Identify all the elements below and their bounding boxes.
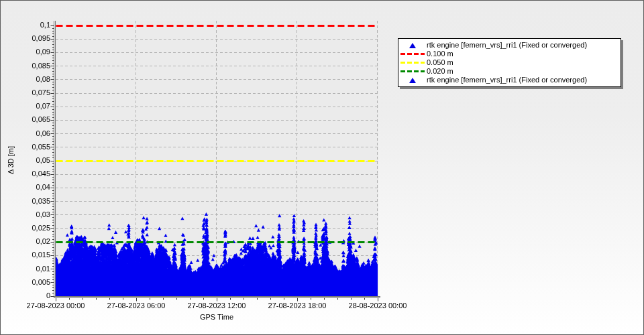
legend-item: rtk engine [femern_vrs]_rri1 (Fixed or c… xyxy=(398,76,621,84)
dashed-line-sample-icon xyxy=(398,53,427,55)
dashed-line-sample-icon xyxy=(398,62,427,64)
y-tick-label: 0,04 xyxy=(10,183,50,192)
y-tick-label: 0 xyxy=(10,291,50,300)
y-tick-label: 0,095 xyxy=(10,34,50,43)
chart-window: Δ 3D [m] GPS Time 0,10,0950,090,0850,080… xyxy=(0,0,644,335)
legend-item-label: rtk engine [femern_vrs]_rri1 (Fixed or c… xyxy=(427,41,587,50)
y-tick-label: 0,075 xyxy=(10,88,50,97)
legend-item: 0.020 m xyxy=(398,67,621,76)
triangle-marker-icon xyxy=(398,43,427,48)
x-tick-label: 28-08-2023 00:00 xyxy=(334,302,421,310)
y-tick-label: 0,09 xyxy=(10,48,50,56)
y-tick-label: 0,055 xyxy=(10,143,50,151)
y-tick-label: 0,08 xyxy=(10,75,50,84)
triangle-marker-icon xyxy=(398,78,427,83)
y-tick-label: 0,06 xyxy=(10,129,50,138)
legend-item: 0.050 m xyxy=(398,58,621,67)
legend-item-label: 0.020 m xyxy=(427,67,453,76)
legend-item: 0.100 m xyxy=(398,50,621,58)
legend-item-label: 0.100 m xyxy=(427,50,453,58)
dashed-line-sample-icon xyxy=(400,62,425,64)
x-tick-label: 27-08-2023 00:00 xyxy=(12,302,99,310)
x-tick-label: 27-08-2023 12:00 xyxy=(173,302,260,310)
legend-item: rtk engine [femern_vrs]_rri1 (Fixed or c… xyxy=(398,41,621,50)
legend: rtk engine [femern_vrs]_rri1 (Fixed or c… xyxy=(398,38,621,87)
y-tick-label: 0,065 xyxy=(10,115,50,124)
y-tick-label: 0,045 xyxy=(10,170,50,178)
y-tick-label: 0,025 xyxy=(10,224,50,232)
triangle-marker-icon xyxy=(409,43,416,48)
x-axis-label: GPS Time xyxy=(176,313,257,322)
triangle-marker-icon xyxy=(409,78,416,83)
y-tick-label: 0,07 xyxy=(10,102,50,111)
legend-item-label: rtk engine [femern_vrs]_rri1 (Fixed or c… xyxy=(427,76,587,84)
dashed-line-sample-icon xyxy=(400,70,425,72)
y-tick-label: 0,005 xyxy=(10,278,50,287)
x-tick-label: 27-08-2023 06:00 xyxy=(93,302,180,310)
y-tick-label: 0,035 xyxy=(10,197,50,206)
y-tick-label: 0,015 xyxy=(10,251,50,259)
y-tick-label: 0,1 xyxy=(10,21,50,29)
legend-item-label: 0.050 m xyxy=(427,58,453,67)
dashed-line-sample-icon xyxy=(398,70,427,72)
dashed-line-sample-icon xyxy=(400,53,425,55)
y-tick-label: 0,05 xyxy=(10,156,50,165)
y-tick-label: 0,01 xyxy=(10,265,50,273)
y-tick-label: 0,03 xyxy=(10,210,50,219)
y-tick-label: 0,02 xyxy=(10,237,50,246)
x-tick-label: 27-08-2023 18:00 xyxy=(254,302,341,310)
y-tick-label: 0,085 xyxy=(10,62,50,70)
